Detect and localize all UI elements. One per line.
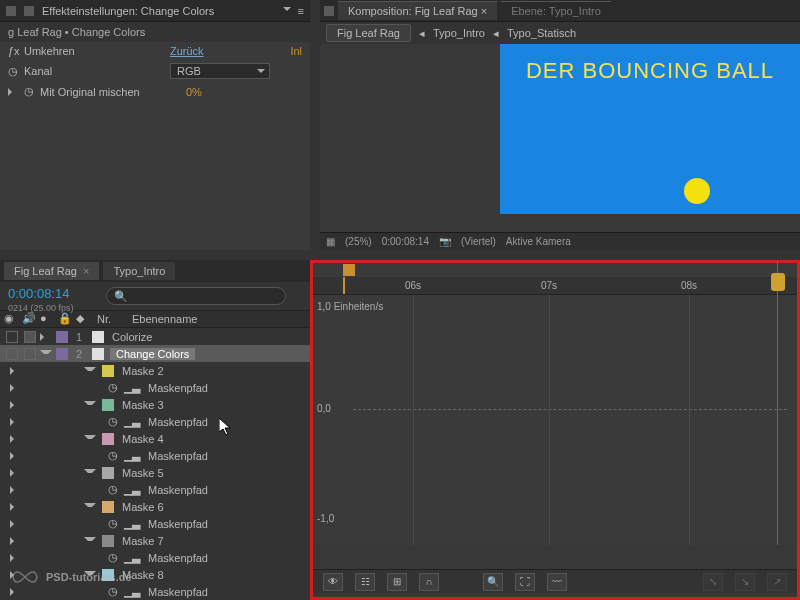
stopwatch-icon[interactable]: ◷ [24,85,34,98]
graph-icon[interactable]: ▁▃ [124,483,140,496]
graph-icon[interactable]: ▁▃ [124,381,140,394]
twirl-icon[interactable] [84,367,96,375]
close-icon[interactable]: × [83,265,89,277]
lock-icon[interactable]: 🔒 [58,312,72,326]
zoom-value[interactable]: (25%) [345,236,372,247]
key-nav-icon[interactable] [10,520,22,528]
camera-icon[interactable]: 📷 [439,236,451,247]
viewer-time[interactable]: 0:00:08:14 [382,236,429,247]
stopwatch-icon[interactable]: ◷ [108,415,118,428]
stopwatch-icon[interactable]: ◷ [108,449,118,462]
mask-prop-name[interactable]: Maskenpfad [146,586,208,598]
expand-icon[interactable] [8,88,18,96]
nav-item-1[interactable]: Typo_Intro [433,27,485,39]
stopwatch-icon[interactable]: ◷ [108,381,118,394]
mask-name[interactable]: Maske 6 [120,501,164,513]
mask-color[interactable] [102,535,114,547]
mask-prop-name[interactable]: Maskenpfad [146,450,208,462]
key-nav-icon[interactable] [10,469,22,477]
twirl-icon[interactable] [40,350,52,358]
mask-prop-name[interactable]: Maskenpfad [146,484,208,496]
effects-panel-tab[interactable]: Effekteinstellungen: Change Colors ≡ [0,0,310,22]
tag-icon[interactable]: ◆ [76,312,90,326]
twirl-icon[interactable] [84,469,96,477]
lock-checkbox[interactable] [24,331,36,343]
work-area-bar[interactable] [313,263,797,277]
mask-prop-name[interactable]: Maskenpfad [146,382,208,394]
comp-tab-layer[interactable]: Ebene: Typo_Intro [501,1,611,20]
mask-prop-name[interactable]: Maskenpfad [146,518,208,530]
graph-icon[interactable]: ▁▃ [124,415,140,428]
cti-marker[interactable] [343,277,345,294]
mask-name[interactable]: Maske 5 [120,467,164,479]
time-ruler[interactable]: 06s 07s 08s [313,277,797,295]
kanal-dropdown[interactable]: RGB [170,63,270,79]
twirl-icon[interactable] [84,503,96,511]
key-nav-icon[interactable] [10,503,22,511]
nav-item-0[interactable]: Fig Leaf Rag [326,24,411,42]
work-area-start[interactable] [343,264,355,276]
graph-icon[interactable]: ▁▃ [124,449,140,462]
key-nav-icon[interactable] [10,367,22,375]
effect-prop-mitoriginal[interactable]: ◷ Mit Original mischen 0% [0,82,310,101]
twirl-icon[interactable] [84,435,96,443]
search-input[interactable] [106,287,286,305]
twirl-icon[interactable] [84,537,96,545]
label-color[interactable] [56,331,68,343]
mask-color[interactable] [102,501,114,513]
layer-name[interactable]: Colorize [110,331,152,343]
comp-tab-active[interactable]: Komposition: Fig Leaf Rag × [338,1,497,20]
speaker-icon[interactable]: 🔊 [22,312,36,326]
playhead-icon[interactable] [771,273,785,291]
ease-out-icon[interactable]: ↗ [767,573,787,591]
graph-type-icon[interactable]: ☷ [355,573,375,591]
visibility-checkbox[interactable] [6,348,18,360]
key-nav-icon[interactable] [10,486,22,494]
twirl-icon[interactable] [40,333,52,341]
ease-in-icon[interactable]: ↘ [735,573,755,591]
stopwatch-icon[interactable]: ◷ [108,517,118,530]
key-nav-icon[interactable] [10,537,22,545]
stopwatch-icon[interactable]: ◷ [108,483,118,496]
comp-viewer[interactable]: DER BOUNCING BALL [320,44,800,232]
graph-area[interactable]: 1,0 Einheiten/s 0,0 -1,0 [313,295,797,545]
key-nav-icon[interactable] [10,554,22,562]
effect-prop-umkehren[interactable]: ƒx Umkehren Zurück Inl [0,42,310,60]
grid-icon[interactable]: ▦ [326,236,335,247]
panel-menu[interactable]: ≡ [283,5,304,17]
solo-icon[interactable]: ● [40,312,54,326]
mask-color[interactable] [102,467,114,479]
current-time[interactable]: 0:00:08:14 [0,282,100,305]
key-nav-icon[interactable] [10,384,22,392]
mask-name[interactable]: Maske 2 [120,365,164,377]
mask-name[interactable]: Maske 3 [120,399,164,411]
graph-icon[interactable]: ▁▃ [124,517,140,530]
key-nav-icon[interactable] [10,435,22,443]
lock-checkbox[interactable] [24,348,36,360]
close-icon[interactable]: × [481,5,487,17]
mask-color[interactable] [102,365,114,377]
twirl-icon[interactable] [84,401,96,409]
layer-name[interactable]: Change Colors [110,348,195,360]
mask-name[interactable]: Maske 4 [120,433,164,445]
mask-color[interactable] [102,399,114,411]
fit-icon[interactable]: ⛶ [515,573,535,591]
eye-icon[interactable]: ◉ [4,312,18,326]
ease-icon[interactable]: ⤡ [703,573,723,591]
eye-icon[interactable]: 👁 [323,573,343,591]
key-nav-icon[interactable] [10,418,22,426]
mask-name[interactable]: Maske 7 [120,535,164,547]
mask-prop-name[interactable]: Maskenpfad [146,416,208,428]
viewer-cam[interactable]: Aktive Kamera [506,236,571,247]
label-color[interactable] [56,348,68,360]
snap-icon[interactable]: ⊞ [387,573,407,591]
viewer-res[interactable]: (Viertel) [461,236,496,247]
visibility-checkbox[interactable] [6,331,18,343]
effect-prop-kanal[interactable]: ◷ Kanal RGB [0,60,310,82]
mask-prop-name[interactable]: Maskenpfad [146,552,208,564]
timeline-tab-1[interactable]: Typo_Intro [103,262,175,280]
timeline-tab-0[interactable]: Fig Leaf Rag× [4,262,99,280]
zoom-icon[interactable]: 🔍 [483,573,503,591]
nav-item-2[interactable]: Typo_Statisch [507,27,576,39]
auto-bezier-icon[interactable]: 〰 [547,573,567,591]
